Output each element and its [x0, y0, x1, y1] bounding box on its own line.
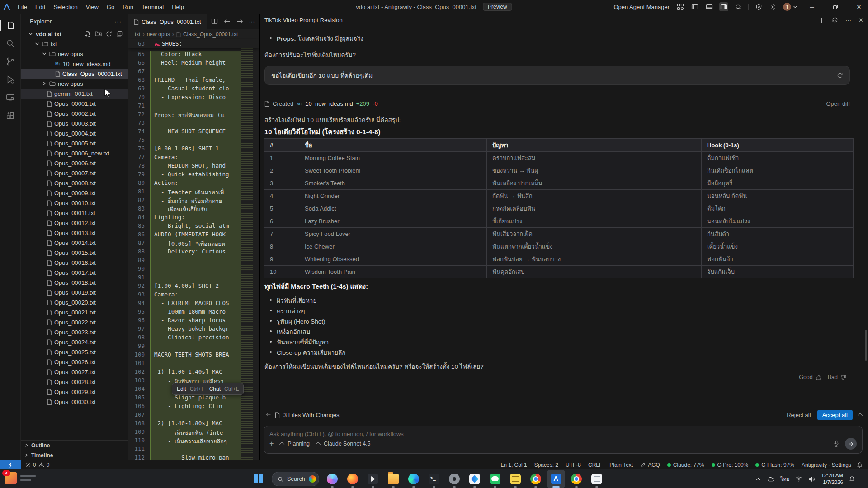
taskbar-app-notepad[interactable] — [588, 470, 606, 488]
menu-file[interactable]: File — [14, 2, 31, 12]
toggle-sidebar-icon[interactable] — [690, 2, 699, 11]
collapse-folders-icon[interactable] — [116, 31, 123, 37]
keyboard-language[interactable]: ไทย — [780, 475, 789, 483]
reject-all-button[interactable]: Reject all — [787, 412, 811, 418]
sidebar-item-opus-00004-txt[interactable]: Opus_00004.txt — [21, 128, 128, 138]
inline-edit-button[interactable]: Edit — [177, 386, 186, 392]
code-line-89[interactable]: 89 — [128, 257, 259, 265]
new-folder-icon[interactable] — [95, 31, 102, 37]
sidebar-item-opus-00017-txt[interactable]: Opus_00017.txt — [21, 267, 128, 277]
remote-indicator[interactable] — [0, 460, 21, 469]
sidebar-item-class-opus-00001-txt[interactable]: Class_Opus_00001.txt — [21, 69, 128, 79]
code-line-93[interactable]: 93Camera: — [128, 291, 259, 300]
code-line-75[interactable]: 75 — [128, 136, 259, 145]
taskbar-app-notes[interactable] — [506, 470, 524, 488]
code-line-87[interactable]: 87 - [0.00s] "เพื่อนถอยห — [128, 239, 259, 248]
code-line-110[interactable]: 110 - เห็นความเสียหายลึกๆ — [128, 437, 259, 446]
taskbar-search[interactable]: Search — [272, 472, 319, 486]
run-debug-icon[interactable] — [2, 70, 19, 89]
onedrive-icon[interactable] — [767, 476, 774, 482]
code-line-108[interactable]: 108 2) [1.40-1.80s] MAC — [128, 420, 259, 428]
code-line-80[interactable]: 80Action: — [128, 179, 259, 188]
open-agent-manager-button[interactable]: Open Agent Manager — [613, 4, 670, 10]
workspace-root[interactable]: vdo ai txt — [21, 29, 128, 39]
menu-help[interactable]: Help — [168, 2, 188, 12]
attach-icon[interactable]: + — [269, 440, 274, 448]
code-line-107[interactable]: 107 — [128, 411, 259, 420]
status-g-pro-100[interactable]: G Pro: 100% — [712, 462, 749, 468]
widgets-button[interactable]: 4 — [5, 472, 36, 484]
inline-chat-button[interactable]: Chat — [209, 386, 221, 392]
model-selector[interactable]: Claude Sonnet 4.5 — [317, 441, 371, 447]
code-line-102[interactable]: 102 1) [1.00-1.40s] MAC — [128, 368, 259, 377]
minimap[interactable] — [241, 48, 253, 460]
prev-file-icon[interactable] — [265, 412, 271, 418]
sidebar-item-opus-00025-txt[interactable]: Opus_00025.txt — [21, 347, 128, 357]
editor-more-actions-icon[interactable]: ··· — [249, 18, 255, 25]
accept-all-button[interactable]: Accept all — [817, 410, 853, 420]
minimize-button[interactable]: ─ — [803, 0, 821, 14]
extensions-icon[interactable] — [2, 107, 19, 125]
retry-icon[interactable] — [837, 72, 843, 79]
taskbar-app-line[interactable] — [486, 470, 504, 488]
taskbar-app-firefox[interactable] — [344, 470, 362, 488]
code-line-74[interactable]: 74=== NEW SHOT SEQUENCE — [128, 128, 259, 136]
code-line-68[interactable]: 68FRIEND — Thai female, — [128, 76, 259, 85]
sidebar-item-10-new-ideas-md[interactable]: M↓10_new_ideas.md — [21, 59, 128, 69]
sidebar-item-opus-00003-txt[interactable]: Opus_00003.txt — [21, 118, 128, 128]
code-line-90[interactable]: 90--- — [128, 265, 259, 274]
start-button[interactable] — [250, 470, 268, 488]
code-line-86[interactable]: 86AUDIO (IMMEDIATE HOOK — [128, 231, 259, 239]
taskbar-app-photos[interactable] — [466, 470, 484, 488]
problems-indicator[interactable]: 0 0 — [21, 462, 49, 468]
taskbar-app-copilot[interactable] — [323, 470, 341, 488]
menu-edit[interactable]: Edit — [31, 2, 49, 12]
code-line-83[interactable]: 83 - เพื่อนเห็นก็ยิ้มรับ — [128, 205, 259, 214]
code-line-69[interactable]: 69 - Casual student clo — [128, 85, 259, 94]
sidebar-item-opus-00013-txt[interactable]: Opus_00013.txt — [21, 228, 128, 238]
sidebar-item-opus-00027-txt[interactable]: Opus_00027.txt — [21, 367, 128, 377]
menu-view[interactable]: View — [82, 2, 103, 12]
code-line-72[interactable]: 72Props: ยาสีฟันขอหอม (แ — [128, 111, 259, 119]
taskbar-app-media[interactable] — [364, 470, 382, 488]
shield-icon[interactable] — [754, 2, 763, 11]
toggle-secondary-sidebar-icon[interactable] — [719, 2, 728, 11]
code-line-73[interactable]: 73 — [128, 119, 259, 128]
sidebar-item-opus-00016-txt[interactable]: Opus_00016.txt — [21, 258, 128, 267]
mic-icon[interactable] — [833, 440, 840, 447]
sidebar-item-opus-00019-txt[interactable]: Opus_00019.txt — [21, 287, 128, 297]
show-desktop-button[interactable] — [862, 472, 863, 486]
collapse-files-icon[interactable] — [858, 413, 863, 418]
sidebar-item-opus-00006-new-txt[interactable]: Opus_00006_new.txt — [21, 148, 128, 158]
mode-selector[interactable]: Planning — [281, 441, 310, 447]
sidebar-item-opus-00018-txt[interactable]: Opus_00018.txt — [21, 277, 128, 287]
code-line-85[interactable]: 85 - Bright, social atm — [128, 222, 259, 231]
sidebar-item-opus-00007-txt[interactable]: Opus_00007.txt — [21, 168, 128, 178]
sidebar-item-opus-00015-txt[interactable]: Opus_00015.txt — [21, 248, 128, 258]
status-crlf[interactable]: CRLF — [588, 462, 602, 468]
source-control-icon[interactable] — [2, 52, 19, 70]
code-line-99[interactable]: 99 — [128, 343, 259, 351]
sidebar-item-txt[interactable]: txt — [21, 39, 128, 49]
explorer-more-actions-icon[interactable]: ··· — [114, 18, 122, 25]
code-line-76[interactable]: 76[0.00-1.00s] SHOT 1 — — [128, 145, 259, 154]
sidebar-item-opus-00022-txt[interactable]: Opus_00022.txt — [21, 317, 128, 327]
sticky-scroll-line[interactable]: 63 SHOES: — [128, 39, 259, 48]
editor-scrollbar[interactable] — [253, 48, 259, 460]
code-line-109[interactable]: 109 - เห็นซอกฟัน (inte — [128, 428, 259, 437]
sidebar-item-opus-00001-txt[interactable]: Opus_00001.txt — [21, 99, 128, 108]
panel-more-actions-icon[interactable]: ··· — [845, 17, 851, 23]
status-agq[interactable]: AGQ — [640, 462, 660, 468]
sidebar-item-opus-00002-txt[interactable]: Opus_00002.txt — [21, 108, 128, 118]
breadcrumb-item[interactable]: new opus — [147, 31, 170, 38]
sidebar-item-opus-00014-txt[interactable]: Opus_00014.txt — [21, 238, 128, 248]
status-utf-8[interactable]: UTF-8 — [566, 462, 581, 468]
sidebar-item-opus-00008-txt[interactable]: Opus_00008.txt — [21, 178, 128, 188]
navigate-back-icon[interactable] — [224, 19, 231, 24]
code-line-88[interactable]: 88 - Delivery: Curious — [128, 248, 259, 257]
code-line-98[interactable]: 98 - Clinical precision — [128, 334, 259, 343]
menu-selection[interactable]: Selection — [49, 2, 81, 12]
sidebar-item-opus-00011-txt[interactable]: Opus_00011.txt — [21, 208, 128, 218]
remote-explorer-icon[interactable] — [2, 89, 19, 107]
agent-layout-icon[interactable] — [676, 2, 685, 11]
